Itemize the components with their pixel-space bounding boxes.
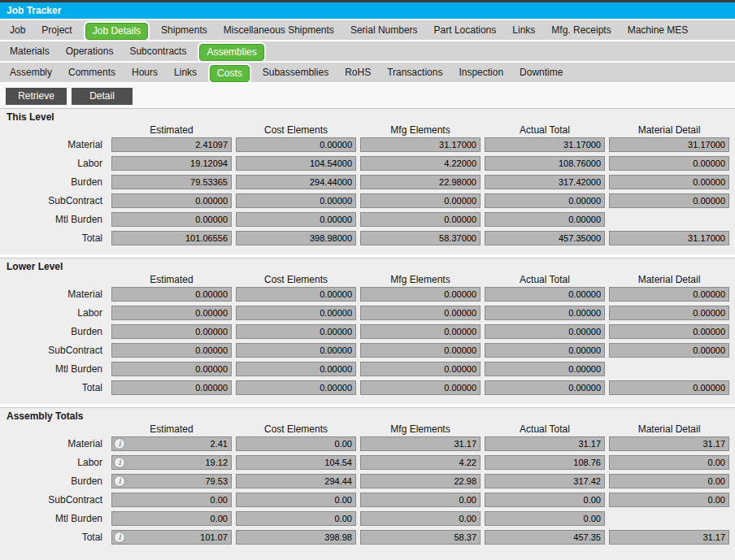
cost-row-mtl-burden: Mtl Burden0.000000.000000.000000.00000 xyxy=(0,362,735,376)
tab-machine-mes[interactable]: Machine MES xyxy=(620,20,697,40)
tab-inspection[interactable]: Inspection xyxy=(450,63,511,82)
info-icon[interactable]: i xyxy=(114,532,125,543)
tab-mfg-receipts[interactable]: Mfg. Receipts xyxy=(543,20,619,40)
row-label: Labor xyxy=(0,158,107,169)
field-total-estimated: 0.00000 xyxy=(111,380,232,395)
blank-cell xyxy=(609,212,729,227)
tab-subcontracts[interactable]: Subcontracts xyxy=(121,41,194,61)
field-burden-material-detail: 0.00000 xyxy=(609,175,729,189)
window-title: Job Tracker xyxy=(0,2,735,19)
field-material-estimated: 2.41097 xyxy=(111,137,232,152)
cost-row-total: Total101.06556398.9800058.37000457.35000… xyxy=(0,231,735,245)
column-header-estimated: Estimated xyxy=(111,274,232,285)
field-labor-mfg-elements: 0.00000 xyxy=(360,306,481,320)
tab-transactions[interactable]: Transactions xyxy=(379,63,450,82)
tab-downtime[interactable]: Downtime xyxy=(511,63,571,82)
tab-project[interactable]: Project xyxy=(33,20,80,40)
field-burden-actual-total: 0.00000 xyxy=(485,324,605,339)
field-material-actual-total: 31.17 xyxy=(485,436,605,451)
tab-job[interactable]: Job xyxy=(2,20,33,40)
field-burden-mfg-elements: 22.98 xyxy=(360,474,481,488)
cost-row-subcontract: SubContract0.000000.000000.000000.000000… xyxy=(0,193,735,208)
field-subcontract-estimated: 0.00 xyxy=(111,493,232,507)
field-subcontract-mfg-elements: 0.00000 xyxy=(360,343,481,358)
section-assembly-totals: Assembly TotalsEstimatedCost ElementsMfg… xyxy=(0,407,735,560)
field-subcontract-material-detail: 0.00 xyxy=(609,493,729,507)
column-header-material-detail: Material Detail xyxy=(609,423,729,435)
field-labor-estimated: 0.00000 xyxy=(111,306,232,320)
cost-row-total: Total0.000000.000000.000000.000000.00000 xyxy=(0,380,735,395)
tab-materials[interactable]: Materials xyxy=(2,41,58,61)
tab-part-locations[interactable]: Part Locations xyxy=(426,20,505,40)
column-header-mfg-elements: Mfg Elements xyxy=(360,274,481,285)
tab-shipments[interactable]: Shipments xyxy=(153,20,215,40)
field-mtl-burden-estimated: 0.00 xyxy=(111,511,232,526)
cost-row-burden: Burden79.53365294.4400022.98000317.42000… xyxy=(0,175,735,189)
field-labor-cost-elements: 0.00000 xyxy=(236,306,356,320)
field-mtl-burden-mfg-elements: 0.00000 xyxy=(360,362,481,376)
field-labor-estimated: 19.12094 xyxy=(111,156,232,171)
tab-hours[interactable]: Hours xyxy=(124,63,166,82)
tab-job-details[interactable]: Job Details xyxy=(85,23,148,40)
info-icon[interactable]: i xyxy=(114,457,125,468)
tab-rohs[interactable]: RoHS xyxy=(337,63,379,82)
section-title: Assembly Totals xyxy=(0,408,735,423)
column-header-actual-total: Actual Total xyxy=(485,124,605,136)
cost-row-subcontract: SubContract0.000.000.000.000.00 xyxy=(0,493,735,507)
field-material-actual-total: 31.17000 xyxy=(485,137,605,152)
column-header-row: EstimatedCost ElementsMfg ElementsActual… xyxy=(0,124,735,136)
tab-subassemblies[interactable]: Subassemblies xyxy=(254,63,337,82)
tab-links[interactable]: Links xyxy=(166,63,205,82)
blank-cell xyxy=(609,362,729,376)
field-labor-actual-total: 108.76000 xyxy=(485,156,605,171)
blank-cell xyxy=(609,511,729,526)
column-header-material-detail: Material Detail xyxy=(609,124,729,136)
field-burden-cost-elements: 294.44000 xyxy=(236,175,356,189)
field-mtl-burden-estimated: 0.00000 xyxy=(111,212,232,227)
tab-links[interactable]: Links xyxy=(504,20,543,40)
field-subcontract-cost-elements: 0.00 xyxy=(236,493,356,507)
cost-row-subcontract: SubContract0.000000.000000.000000.000000… xyxy=(0,343,735,358)
tab-serial-numbers[interactable]: Serial Numbers xyxy=(342,20,426,40)
field-burden-estimated: 0.00000 xyxy=(111,324,232,339)
column-header-row: EstimatedCost ElementsMfg ElementsActual… xyxy=(0,274,735,285)
field-material-estimated: 2.41i xyxy=(111,436,232,451)
info-icon[interactable]: i xyxy=(114,475,125,487)
row-label: Total xyxy=(0,532,107,543)
field-total-material-detail: 0.00000 xyxy=(609,380,729,395)
column-header-cost-elements: Cost Elements xyxy=(236,423,356,435)
tab-comments[interactable]: Comments xyxy=(60,63,124,82)
field-mtl-burden-estimated: 0.00000 xyxy=(111,362,232,376)
section-title: This Level xyxy=(0,109,735,124)
section-lower-level: Lower LevelEstimatedCost ElementsMfg Ele… xyxy=(0,258,735,404)
field-labor-material-detail: 0.00000 xyxy=(609,156,729,171)
field-burden-mfg-elements: 22.98000 xyxy=(360,175,481,189)
field-subcontract-material-detail: 0.00000 xyxy=(609,343,729,358)
cost-row-labor: Labor0.000000.000000.000000.000000.00000 xyxy=(0,306,735,320)
tab-costs[interactable]: Costs xyxy=(210,65,250,82)
field-mtl-burden-cost-elements: 0.00000 xyxy=(236,362,356,376)
tab-miscellaneous-shipments[interactable]: Miscellaneous Shipments xyxy=(215,20,342,40)
field-material-estimated: 0.00000 xyxy=(111,287,232,302)
field-burden-mfg-elements: 0.00000 xyxy=(360,324,481,339)
info-icon[interactable]: i xyxy=(114,438,125,449)
retrieve-button[interactable]: Retrieve xyxy=(6,88,67,105)
column-header-mfg-elements: Mfg Elements xyxy=(360,124,481,136)
detail-button[interactable]: Detail xyxy=(72,88,133,105)
row-label: Labor xyxy=(0,457,107,468)
field-total-actual-total: 457.35 xyxy=(485,530,605,545)
column-header-estimated: Estimated xyxy=(111,124,232,136)
row-label: SubContract xyxy=(0,494,107,506)
row-label: Material xyxy=(0,289,107,300)
field-material-cost-elements: 0.00000 xyxy=(236,287,356,302)
field-burden-material-detail: 0.00 xyxy=(609,474,729,488)
tab-assembly[interactable]: Assembly xyxy=(2,63,60,82)
column-header-cost-elements: Cost Elements xyxy=(236,274,356,285)
field-total-mfg-elements: 0.00000 xyxy=(360,380,481,395)
cost-row-material: Material0.000000.000000.000000.000000.00… xyxy=(0,287,735,302)
row-label: Material xyxy=(0,438,107,449)
cost-row-total: Total101.07i398.9858.37457.3531.17 xyxy=(0,530,735,545)
tab-operations[interactable]: Operations xyxy=(58,41,122,61)
tab-assemblies[interactable]: Assemblies xyxy=(199,44,263,61)
field-material-material-detail: 31.17 xyxy=(609,436,729,451)
